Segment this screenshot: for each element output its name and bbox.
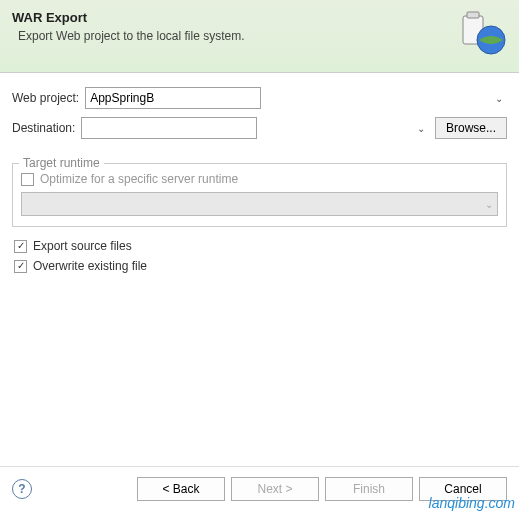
overwrite-checkbox[interactable] [14, 260, 27, 273]
chevron-down-icon: ⌄ [417, 123, 425, 134]
overwrite-row[interactable]: Overwrite existing file [14, 259, 505, 273]
destination-combo-wrap[interactable]: ⌄ [81, 117, 429, 139]
destination-label: Destination: [12, 121, 75, 135]
dialog-header: WAR Export Export Web project to the loc… [0, 0, 519, 73]
optimize-label: Optimize for a specific server runtime [40, 172, 238, 186]
dialog-title: WAR Export [12, 10, 459, 25]
form-area: Web project: ⌄ Destination: ⌄ Browse... [0, 73, 519, 153]
dialog-subtitle: Export Web project to the local file sys… [12, 29, 459, 43]
web-project-row: Web project: ⌄ [12, 87, 507, 109]
overwrite-label: Overwrite existing file [33, 259, 147, 273]
chevron-down-icon: ⌄ [485, 199, 493, 210]
optimize-checkbox[interactable] [21, 173, 34, 186]
help-icon[interactable]: ? [12, 479, 32, 499]
export-source-label: Export source files [33, 239, 132, 253]
back-button[interactable]: < Back [137, 477, 225, 501]
options-area: Export source files Overwrite existing f… [0, 235, 519, 283]
finish-button: Finish [325, 477, 413, 501]
header-text: WAR Export Export Web project to the loc… [12, 10, 459, 43]
export-source-row[interactable]: Export source files [14, 239, 505, 253]
next-button: Next > [231, 477, 319, 501]
export-source-checkbox[interactable] [14, 240, 27, 253]
target-runtime-group: Target runtime Optimize for a specific s… [12, 163, 507, 227]
watermark: lanqibing.com [429, 495, 515, 511]
chevron-down-icon: ⌄ [495, 93, 503, 104]
target-runtime-legend: Target runtime [19, 156, 104, 170]
svg-rect-1 [467, 12, 479, 18]
optimize-checkbox-row[interactable]: Optimize for a specific server runtime [21, 172, 498, 186]
destination-row: Destination: ⌄ Browse... [12, 117, 507, 139]
web-project-label: Web project: [12, 91, 79, 105]
runtime-combo: ⌄ [21, 192, 498, 216]
browse-button[interactable]: Browse... [435, 117, 507, 139]
destination-combo[interactable] [81, 117, 257, 139]
web-project-combo[interactable] [85, 87, 261, 109]
war-export-icon [459, 10, 507, 58]
web-project-combo-wrap[interactable]: ⌄ [85, 87, 507, 109]
